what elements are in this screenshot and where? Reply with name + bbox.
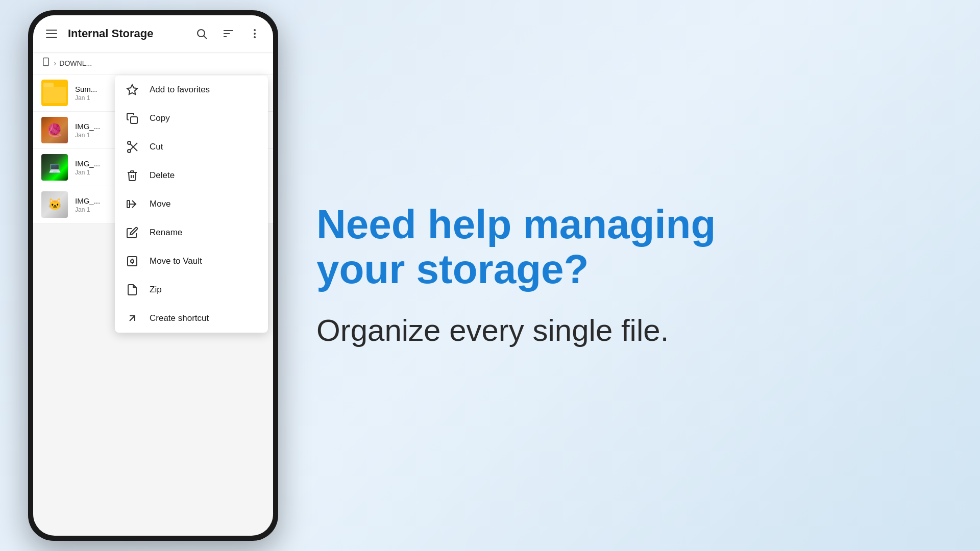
menu-label-copy: Copy xyxy=(150,113,170,123)
menu-item-move-to-vault[interactable]: Move to Vault xyxy=(115,247,268,276)
menu-item-create-shortcut[interactable]: Create shortcut xyxy=(115,304,268,333)
svg-point-17 xyxy=(131,260,134,263)
app-title: Internal Storage xyxy=(68,27,185,40)
menu-label-delete: Delete xyxy=(150,170,175,181)
app-bar: Internal Storage xyxy=(33,15,273,52)
shortcut-icon xyxy=(125,311,139,325)
menu-label-create-shortcut: Create shortcut xyxy=(150,313,209,323)
svg-rect-15 xyxy=(127,201,130,208)
svg-rect-8 xyxy=(43,58,49,66)
svg-line-13 xyxy=(130,143,137,150)
svg-line-14 xyxy=(130,144,137,151)
svg-point-11 xyxy=(128,149,131,153)
subtext: Organize every single file. xyxy=(316,312,949,349)
search-icon[interactable] xyxy=(191,23,212,44)
svg-line-21 xyxy=(130,316,135,321)
menu-item-rename[interactable]: Rename xyxy=(115,218,268,247)
zip-icon xyxy=(125,283,139,297)
svg-rect-10 xyxy=(131,117,137,123)
menu-label-move: Move xyxy=(150,199,171,209)
svg-point-0 xyxy=(198,30,205,37)
svg-line-1 xyxy=(204,36,207,39)
rename-icon xyxy=(125,226,139,240)
image-thumbnail xyxy=(41,117,68,143)
svg-point-5 xyxy=(254,29,256,31)
image-thumbnail xyxy=(41,191,68,218)
copy-icon xyxy=(125,111,139,126)
svg-marker-9 xyxy=(127,85,137,94)
image-thumbnail xyxy=(41,154,68,181)
breadcrumb: › DOWNL... xyxy=(33,52,273,74)
headline: Need help managingyour storage? xyxy=(316,202,949,292)
menu-item-cut[interactable]: Cut xyxy=(115,133,268,161)
menu-label-rename: Rename xyxy=(150,228,182,238)
menu-item-add-favorites[interactable]: Add to favorites xyxy=(115,76,268,104)
phone-screen: Internal Storage xyxy=(33,15,273,536)
menu-item-copy[interactable]: Copy xyxy=(115,104,268,133)
phone-container: Internal Storage xyxy=(28,10,278,541)
menu-label-add-favorites: Add to favorites xyxy=(150,85,210,95)
phone-body: Internal Storage xyxy=(28,10,278,541)
breadcrumb-path: DOWNL... xyxy=(59,59,92,67)
star-icon xyxy=(125,83,139,97)
menu-label-cut: Cut xyxy=(150,142,163,152)
folder-thumbnail xyxy=(41,80,68,106)
sort-icon[interactable] xyxy=(218,23,238,44)
marketing-content: Need help managingyour storage? Organize… xyxy=(316,202,949,349)
move-icon xyxy=(125,197,139,211)
vault-icon xyxy=(125,254,139,268)
cut-icon xyxy=(125,140,139,154)
more-options-icon[interactable] xyxy=(244,23,265,44)
breadcrumb-separator: › xyxy=(54,59,56,68)
menu-item-zip[interactable]: Zip xyxy=(115,276,268,304)
delete-icon xyxy=(125,168,139,183)
context-menu: Add to favorites Copy xyxy=(115,76,268,333)
menu-label-zip: Zip xyxy=(150,285,162,295)
svg-rect-16 xyxy=(128,257,137,266)
hamburger-icon[interactable] xyxy=(41,23,62,44)
menu-label-move-to-vault: Move to Vault xyxy=(150,256,202,266)
svg-point-12 xyxy=(128,141,131,144)
svg-point-7 xyxy=(254,36,256,38)
menu-item-delete[interactable]: Delete xyxy=(115,161,268,190)
menu-item-move[interactable]: Move xyxy=(115,190,268,218)
phone-icon xyxy=(41,57,51,69)
svg-point-6 xyxy=(254,33,256,35)
